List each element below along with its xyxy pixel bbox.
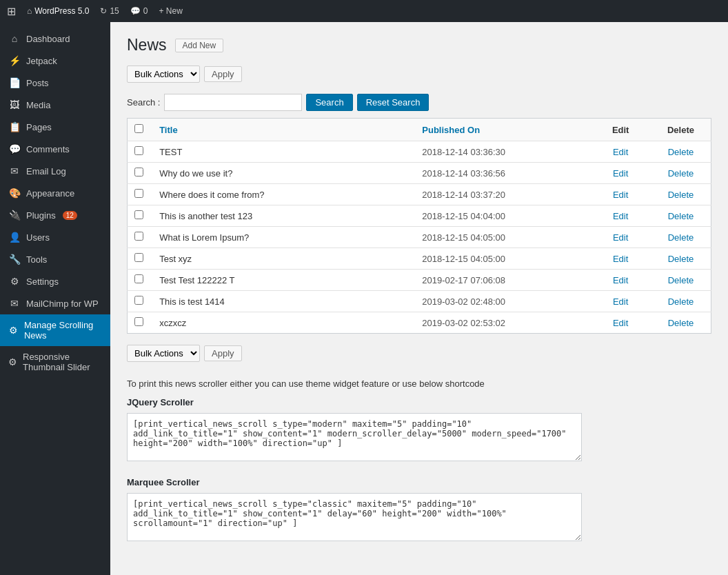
row-delete-link-5[interactable]: Delete — [668, 254, 694, 264]
sidebar-item-users[interactable]: 👤 Users — [0, 226, 110, 248]
new-item[interactable]: + New — [159, 6, 182, 16]
row-check-cell — [128, 163, 153, 184]
sidebar-item-responsive-slider[interactable]: ⚙ Responsive Thumbnail Slider — [0, 346, 110, 378]
comments-icon: 💬 — [130, 6, 141, 16]
row-checkbox-3[interactable] — [134, 210, 143, 219]
col-published-header: Published On — [415, 119, 590, 141]
row-published-cell: 2018-12-15 04:05:00 — [415, 248, 590, 270]
row-published-6: 2019-02-17 07:06:08 — [422, 275, 505, 285]
row-edit-link-6[interactable]: Edit — [613, 275, 628, 285]
jetpack-icon: ⚡ — [8, 55, 21, 66]
comments-icon: 💬 — [8, 143, 21, 154]
updates-item[interactable]: ↻ 15 — [100, 6, 119, 16]
sidebar-item-appearance[interactable]: 🎨 Appearance — [0, 182, 110, 204]
row-edit-link-3[interactable]: Edit — [613, 211, 628, 221]
row-delete-cell: Delete — [651, 227, 711, 248]
sidebar-item-comments[interactable]: 💬 Comments — [0, 138, 110, 160]
row-edit-link-1[interactable]: Edit — [613, 168, 628, 179]
row-delete-cell: Delete — [651, 270, 711, 291]
sidebar-item-manage-scrolling[interactable]: ⚙ Manage Scrolling News — [0, 314, 110, 346]
bulk-actions-select[interactable]: Bulk Actions — [127, 65, 200, 83]
sidebar-label-settings: Settings — [26, 276, 59, 287]
responsive-slider-icon: ⚙ — [8, 356, 17, 367]
row-edit-link-8[interactable]: Edit — [613, 318, 628, 328]
row-delete-link-2[interactable]: Delete — [668, 190, 694, 200]
row-published-0: 2018-12-14 03:36:30 — [422, 147, 505, 157]
published-sort-link[interactable]: Published On — [422, 125, 480, 135]
row-published-8: 2019-03-02 02:53:02 — [422, 318, 505, 328]
sidebar-item-email-log[interactable]: ✉ Email Log — [0, 160, 110, 182]
row-checkbox-2[interactable] — [134, 189, 143, 198]
sidebar-label-manage-scrolling: Manage Scrolling News — [24, 320, 102, 341]
row-edit-link-4[interactable]: Edit — [613, 232, 628, 243]
mailchimp-icon: ✉ — [8, 298, 21, 309]
row-title-cell: This is another test 123 — [152, 205, 415, 227]
apply-button-top[interactable]: Apply — [204, 66, 242, 82]
row-edit-link-2[interactable]: Edit — [613, 190, 628, 200]
sidebar-label-responsive-slider: Responsive Thumbnail Slider — [23, 352, 102, 372]
row-edit-link-7[interactable]: Edit — [613, 296, 628, 307]
row-checkbox-8[interactable] — [134, 317, 143, 326]
col-delete-header: Delete — [651, 119, 711, 141]
row-delete-link-0[interactable]: Delete — [668, 147, 694, 157]
site-name-item[interactable]: ⌂ WordPress 5.0 — [27, 6, 89, 16]
sidebar-label-comments: Comments — [26, 144, 70, 154]
sidebar-item-posts[interactable]: 📄 Posts — [0, 72, 110, 94]
row-delete-link-8[interactable]: Delete — [668, 318, 694, 328]
sidebar-item-plugins[interactable]: 🔌 Plugins 12 — [0, 204, 110, 226]
new-label: + New — [159, 6, 182, 16]
sidebar-item-dashboard[interactable]: ⌂ Dashboard — [0, 28, 110, 50]
reset-search-button[interactable]: Reset Search — [357, 94, 429, 111]
row-published-cell: 2019-02-17 07:06:08 — [415, 270, 590, 291]
row-published-cell: 2018-12-14 03:37:20 — [415, 184, 590, 205]
row-published-cell: 2018-12-14 03:36:30 — [415, 141, 590, 163]
row-edit-cell: Edit — [590, 205, 651, 227]
marquee-shortcode-textarea[interactable] — [127, 493, 582, 541]
apply-button-bottom[interactable]: Apply — [204, 345, 242, 361]
sidebar: ⌂ Dashboard ⚡ Jetpack 📄 Posts 🖼 Media 📋 … — [0, 22, 110, 575]
row-checkbox-1[interactable] — [134, 168, 143, 176]
col-edit-header: Edit — [590, 119, 651, 141]
comments-item[interactable]: 💬 0 — [130, 6, 148, 16]
row-check-cell — [128, 227, 153, 248]
row-delete-link-1[interactable]: Delete — [668, 168, 694, 179]
bulk-actions-select-bottom[interactable]: Bulk Actions — [127, 345, 200, 362]
row-edit-link-0[interactable]: Edit — [613, 147, 628, 157]
search-button[interactable]: Search — [306, 94, 352, 111]
sidebar-item-tools[interactable]: 🔧 Tools — [0, 248, 110, 270]
row-published-2: 2018-12-14 03:37:20 — [422, 190, 505, 200]
jquery-shortcode-textarea[interactable] — [127, 413, 582, 461]
row-checkbox-6[interactable] — [134, 274, 143, 283]
search-input[interactable] — [164, 94, 302, 111]
table-row: Why do we use it? 2018-12-14 03:36:56 Ed… — [128, 163, 711, 184]
search-bar: Search : Search Reset Search — [127, 94, 711, 111]
sidebar-item-pages[interactable]: 📋 Pages — [0, 116, 110, 138]
row-published-cell: 2019-03-02 02:53:02 — [415, 312, 590, 334]
row-checkbox-4[interactable] — [134, 232, 143, 241]
row-delete-link-7[interactable]: Delete — [668, 296, 694, 307]
sidebar-item-settings[interactable]: ⚙ Settings — [0, 270, 110, 292]
add-new-button[interactable]: Add New — [175, 39, 224, 52]
row-delete-link-3[interactable]: Delete — [668, 211, 694, 221]
row-checkbox-0[interactable] — [134, 146, 143, 155]
row-check-cell — [128, 291, 153, 312]
check-all-checkbox[interactable] — [134, 124, 143, 133]
row-checkbox-7[interactable] — [134, 296, 143, 305]
row-title-6: Test Test 122222 T — [159, 275, 234, 285]
table-row: Test Test 122222 T 2019-02-17 07:06:08 E… — [128, 270, 711, 291]
page-title: News — [127, 36, 167, 54]
title-sort-link[interactable]: Title — [159, 125, 178, 135]
row-edit-cell: Edit — [590, 184, 651, 205]
row-delete-cell: Delete — [651, 205, 711, 227]
row-checkbox-5[interactable] — [134, 253, 143, 262]
sidebar-item-media[interactable]: 🖼 Media — [0, 94, 110, 116]
sidebar-item-jetpack[interactable]: ⚡ Jetpack — [0, 50, 110, 72]
row-delete-link-4[interactable]: Delete — [668, 232, 694, 243]
sidebar-item-mailchimp[interactable]: ✉ MailChimp for WP — [0, 292, 110, 314]
row-delete-cell: Delete — [651, 248, 711, 270]
table-body: TEST 2018-12-14 03:36:30 Edit Delete Why… — [128, 141, 711, 334]
row-edit-link-5[interactable]: Edit — [613, 254, 628, 264]
wp-logo[interactable]: ⊞ — [7, 5, 16, 18]
settings-icon: ⚙ — [8, 276, 21, 287]
row-delete-link-6[interactable]: Delete — [668, 275, 694, 285]
